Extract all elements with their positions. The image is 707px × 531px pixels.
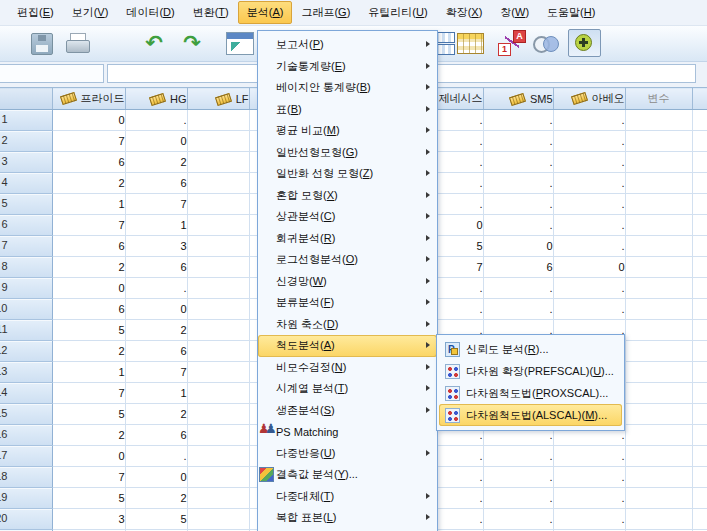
column-header[interactable]: SM5 [483, 88, 553, 110]
data-cell[interactable] [187, 215, 249, 236]
data-cell[interactable]: . [553, 215, 625, 236]
data-cell[interactable]: . [553, 131, 625, 152]
row-number-header[interactable]: 18 [0, 467, 52, 488]
data-cell[interactable] [625, 131, 692, 152]
data-cell[interactable]: . [553, 467, 625, 488]
data-cell[interactable]: 2 [125, 320, 187, 341]
row-number-header[interactable]: 20 [0, 509, 52, 530]
data-cell[interactable] [625, 446, 692, 467]
data-cell[interactable] [692, 173, 707, 194]
menubar-item[interactable]: 창(W) [491, 1, 538, 24]
data-cell[interactable] [692, 215, 707, 236]
data-cell[interactable]: 2 [52, 173, 125, 194]
data-cell[interactable] [625, 173, 692, 194]
data-cell[interactable]: 0 [553, 257, 625, 278]
data-cell[interactable] [187, 278, 249, 299]
data-cell[interactable] [692, 110, 707, 131]
data-cell[interactable]: 1 [125, 383, 187, 404]
row-number-header[interactable]: 9 [0, 278, 52, 299]
data-cell[interactable]: 0 [483, 236, 553, 257]
row-number-header[interactable]: 1 [0, 110, 52, 131]
data-cell[interactable] [187, 131, 249, 152]
data-cell[interactable] [625, 488, 692, 509]
data-cell[interactable] [625, 257, 692, 278]
data-cell[interactable]: 0 [125, 299, 187, 320]
cell-reference-box[interactable] [0, 64, 104, 83]
variable-sets-icon[interactable] [531, 30, 559, 57]
recall-dialogs-icon[interactable] [0, 30, 28, 57]
menu-item[interactable]: 표(B) [258, 99, 437, 121]
menu-item[interactable]: 평균 비교(M) [258, 120, 437, 142]
data-cell[interactable] [187, 257, 249, 278]
data-cell[interactable]: 6 [52, 299, 125, 320]
data-cell[interactable] [187, 383, 249, 404]
data-cell[interactable] [692, 404, 707, 425]
show-all-variables-icon[interactable] [568, 29, 601, 57]
data-cell[interactable]: 3 [125, 236, 187, 257]
data-cell[interactable] [187, 362, 249, 383]
data-cell[interactable] [187, 446, 249, 467]
menubar-item-analyze[interactable]: 분석(A) [238, 1, 293, 24]
data-cell[interactable]: 5 [52, 404, 125, 425]
row-header-corner[interactable] [0, 88, 52, 110]
menu-item[interactable]: 회귀분석(R) [258, 228, 437, 250]
menu-item[interactable]: 다중반응(U) [258, 443, 437, 465]
data-cell[interactable] [692, 362, 707, 383]
row-number-header[interactable]: 19 [0, 488, 52, 509]
data-cell[interactable] [625, 383, 692, 404]
menu-item-missing-values[interactable]: 결측값 분석(Y)... [258, 464, 437, 486]
data-cell[interactable]: 7 [52, 467, 125, 488]
submenu-item-proxscal[interactable]: 다차원척도법(PROXSCAL)... [439, 382, 622, 404]
data-cell[interactable] [625, 236, 692, 257]
row-number-header[interactable]: 11 [0, 320, 52, 341]
data-cell[interactable] [625, 467, 692, 488]
data-cell[interactable] [625, 278, 692, 299]
data-cell[interactable] [692, 341, 707, 362]
data-cell[interactable] [692, 425, 707, 446]
row-number-header[interactable]: 10 [0, 299, 52, 320]
row-number-header[interactable]: 7 [0, 236, 52, 257]
menubar-item[interactable]: 확장(X) [437, 1, 492, 24]
save-icon[interactable] [28, 30, 56, 57]
data-cell[interactable]: . [553, 194, 625, 215]
data-cell[interactable]: 2 [52, 425, 125, 446]
menu-item[interactable]: 혼합 모형(X) [258, 185, 437, 207]
data-cell[interactable] [692, 509, 707, 530]
menubar-item[interactable]: 그래프(G) [292, 1, 359, 24]
row-number-header[interactable]: 2 [0, 131, 52, 152]
data-cell[interactable]: . [483, 215, 553, 236]
data-cell[interactable]: . [553, 509, 625, 530]
data-cell[interactable] [187, 173, 249, 194]
data-cell[interactable]: 2 [125, 152, 187, 173]
menu-item[interactable]: 비모수검정(N) [258, 357, 437, 379]
data-cell[interactable]: 1 [125, 215, 187, 236]
data-cell[interactable] [625, 341, 692, 362]
data-cell[interactable] [187, 236, 249, 257]
data-cell[interactable]: 7 [125, 194, 187, 215]
data-cell[interactable] [625, 404, 692, 425]
row-number-header[interactable]: 4 [0, 173, 52, 194]
insert-chart-icon[interactable] [225, 30, 253, 57]
data-cell[interactable] [187, 110, 249, 131]
menu-item[interactable]: 로그선형분석(O) [258, 249, 437, 271]
data-cell[interactable]: 0 [52, 110, 125, 131]
row-number-header[interactable]: 14 [0, 383, 52, 404]
data-cell[interactable] [692, 152, 707, 173]
data-cell[interactable] [692, 383, 707, 404]
data-cell[interactable] [625, 320, 692, 341]
menu-item[interactable]: 분류분석(F) [258, 292, 437, 314]
data-cell[interactable] [625, 299, 692, 320]
data-cell[interactable]: . [553, 236, 625, 257]
redo-icon[interactable] [178, 30, 206, 57]
data-cell[interactable]: 6 [125, 257, 187, 278]
data-cell[interactable]: . [553, 299, 625, 320]
data-cell[interactable] [187, 467, 249, 488]
data-cell[interactable] [692, 131, 707, 152]
data-cell[interactable]: 7 [52, 383, 125, 404]
data-cell[interactable]: 2 [52, 257, 125, 278]
data-cell[interactable]: . [125, 446, 187, 467]
data-cell[interactable]: 7 [52, 131, 125, 152]
column-header[interactable]: 프라이드 [52, 88, 125, 110]
data-cell[interactable] [625, 215, 692, 236]
data-cell[interactable]: 7 [52, 215, 125, 236]
